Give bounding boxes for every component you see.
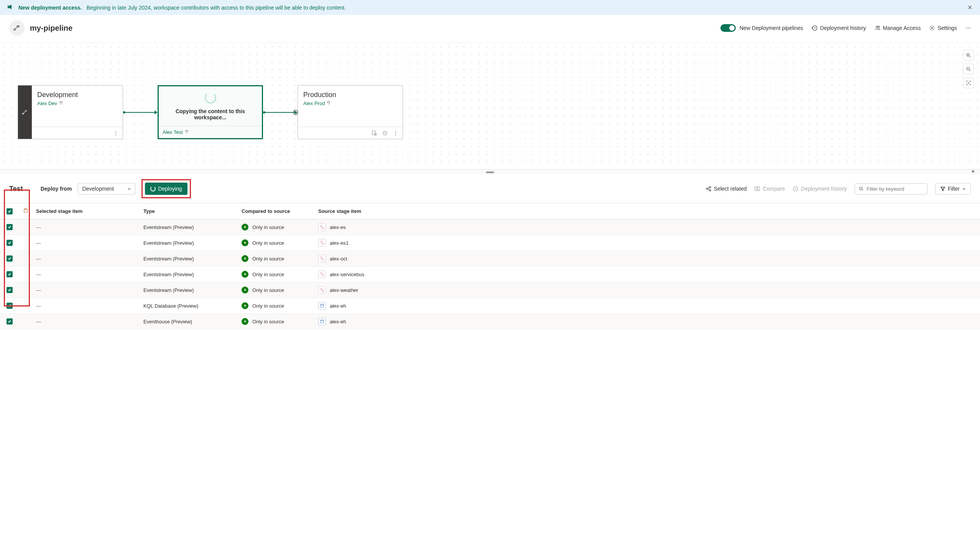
new-pipelines-toggle[interactable]	[720, 24, 736, 32]
deploy-from-select[interactable]: Development	[78, 183, 135, 194]
stage-more-button[interactable]: ⋮	[112, 129, 120, 137]
source-item: alex-eh	[318, 302, 976, 310]
table-row[interactable]: —Eventstream (Preview)+Only in sourceale…	[0, 251, 980, 267]
eventstream-icon	[318, 270, 326, 278]
compared-status: +Only in source	[242, 302, 311, 309]
eventstream-icon	[318, 286, 326, 294]
items-toolbar: Test Deploy from Development Deploying S…	[0, 175, 980, 203]
blocked-icon	[293, 109, 299, 115]
close-icon[interactable]: ✕	[967, 4, 972, 11]
table-row[interactable]: —Eventstream (Preview)+Only in sourceale…	[0, 267, 980, 282]
stage-test[interactable]: Copying the content to this workspace...…	[158, 85, 263, 139]
svg-rect-8	[372, 131, 375, 135]
source-item: alex-oct	[318, 255, 976, 262]
source-item: alex-servicebus	[318, 270, 976, 278]
selected-item-value: —	[36, 303, 41, 309]
selected-item-value: —	[36, 287, 41, 293]
history-icon[interactable]	[381, 129, 389, 137]
expand-icon[interactable]	[971, 169, 975, 175]
source-item-name: alex-es	[330, 224, 346, 230]
table-row[interactable]: —Eventstream (Preview)+Only in sourceale…	[0, 235, 980, 251]
clipboard-icon	[23, 209, 28, 214]
svg-point-12	[709, 186, 711, 188]
selected-item-value: —	[36, 319, 41, 325]
table-row[interactable]: —Eventstream (Preview)+Only in sourceale…	[0, 282, 980, 298]
selected-item-value: —	[36, 224, 41, 230]
filter-search-box[interactable]	[855, 183, 927, 194]
source-item-name: alex-oct	[330, 256, 347, 262]
zoom-in-button[interactable]	[963, 50, 974, 61]
source-item: alex-eh	[318, 318, 976, 325]
svg-point-17	[860, 187, 862, 190]
panel-resize-bar[interactable]	[0, 169, 980, 175]
svg-rect-15	[758, 187, 760, 191]
selected-item-value: —	[36, 256, 41, 262]
compared-status: +Only in source	[242, 271, 311, 278]
stage-production[interactable]: Production Alex Prod ⋮	[298, 85, 403, 139]
row-checkbox[interactable]	[7, 255, 13, 262]
stage-strip-icon	[18, 86, 32, 139]
pipeline-icon	[9, 20, 25, 36]
chevron-down-icon	[127, 186, 131, 192]
svg-point-1	[876, 26, 878, 28]
selected-item-value: —	[36, 240, 41, 246]
svg-rect-14	[755, 187, 757, 191]
drag-handle-icon	[486, 171, 494, 173]
type-value: KQL Database (Preview)	[140, 298, 238, 314]
compared-status: +Only in source	[242, 255, 311, 262]
zoom-out-button[interactable]	[963, 64, 974, 74]
source-item-name: alex-es1	[330, 240, 349, 246]
premium-icon	[59, 101, 63, 106]
svg-point-2	[878, 26, 880, 28]
row-checkbox[interactable]	[7, 287, 13, 293]
settings-link[interactable]: Settings	[929, 25, 957, 31]
selected-item-value: —	[36, 272, 41, 277]
stage-more-button[interactable]: ⋮	[392, 129, 400, 137]
pipeline-canvas: Development Alex Dev ⋮	[0, 43, 980, 169]
svg-point-19	[321, 304, 324, 305]
page-title: my-pipeline	[30, 24, 72, 33]
row-checkbox[interactable]	[7, 224, 13, 230]
more-button[interactable]: ⋯	[965, 25, 971, 31]
compared-status: +Only in source	[242, 287, 311, 293]
row-checkbox[interactable]	[7, 271, 13, 277]
table-row[interactable]: —Eventhouse (Preview)+Only in sourcealex…	[0, 314, 980, 330]
plus-badge-icon: +	[242, 255, 248, 262]
rules-icon[interactable]	[370, 129, 378, 137]
deployment-history-link[interactable]: Deployment history	[812, 25, 866, 31]
deploy-button[interactable]: Deploying	[145, 183, 187, 195]
header-compared: Compared to source	[238, 203, 314, 219]
table-row[interactable]: —KQL Database (Preview)+Only in sourceal…	[0, 298, 980, 314]
source-item-name: alex-eh	[330, 319, 346, 325]
source-item: alex-es1	[318, 239, 976, 247]
plus-badge-icon: +	[242, 224, 248, 231]
table-row[interactable]: —Eventstream (Preview)+Only in sourceale…	[0, 219, 980, 235]
stage-development[interactable]: Development Alex Dev ⋮	[18, 85, 123, 139]
row-checkbox[interactable]	[7, 240, 13, 246]
stage-workspace: Alex Test	[163, 129, 189, 135]
compared-status: +Only in source	[242, 239, 311, 246]
megaphone-icon	[8, 4, 14, 11]
type-value: Eventstream (Preview)	[140, 251, 238, 267]
row-checkbox[interactable]	[7, 303, 13, 309]
row-checkbox[interactable]	[7, 318, 13, 325]
eventstream-icon	[318, 223, 326, 231]
arrow-connector	[123, 110, 158, 114]
type-value: Eventhouse (Preview)	[140, 314, 238, 330]
source-item-name: alex-weather	[330, 287, 358, 293]
source-item-name: alex-servicebus	[330, 272, 364, 277]
select-all-checkbox[interactable]	[7, 208, 13, 214]
premium-icon	[326, 101, 331, 106]
header-selected: Selected stage item	[32, 203, 140, 219]
filter-input[interactable]	[867, 186, 923, 192]
filter-button[interactable]: Filter	[935, 183, 971, 194]
items-table: Selected stage item Type Compared to sou…	[0, 203, 980, 330]
source-item: alex-es	[318, 223, 976, 231]
type-value: Eventstream (Preview)	[140, 267, 238, 282]
fit-view-button[interactable]	[963, 77, 974, 88]
manage-access-link[interactable]: Manage Access	[875, 25, 921, 31]
select-related-button[interactable]: Select related	[705, 186, 747, 192]
database-icon	[318, 318, 326, 325]
svg-point-11	[706, 188, 708, 189]
source-item-name: alex-eh	[330, 303, 346, 309]
